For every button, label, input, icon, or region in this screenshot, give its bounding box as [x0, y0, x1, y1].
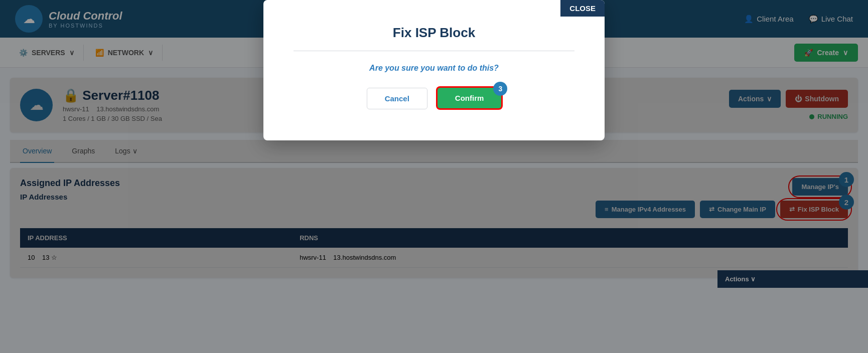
- modal-body: Fix ISP Block Are you sure you want to d…: [263, 0, 605, 129]
- confirm-button[interactable]: Confirm: [438, 88, 502, 108]
- modal-title: Fix ISP Block: [294, 25, 574, 41]
- badge-3: 3: [493, 82, 507, 96]
- modal-question: Are you sure you want to do this?: [294, 64, 574, 73]
- modal-close-button[interactable]: CLOSE: [560, 0, 605, 17]
- modal-buttons: Cancel Confirm 3: [294, 88, 574, 109]
- cancel-button[interactable]: Cancel: [367, 88, 427, 109]
- confirm-button-wrapper: Confirm 3: [438, 88, 502, 109]
- modal-overlay: CLOSE Fix ISP Block Are you sure you wan…: [0, 0, 868, 353]
- modal: CLOSE Fix ISP Block Are you sure you wan…: [263, 0, 605, 140]
- modal-divider: [294, 51, 574, 51]
